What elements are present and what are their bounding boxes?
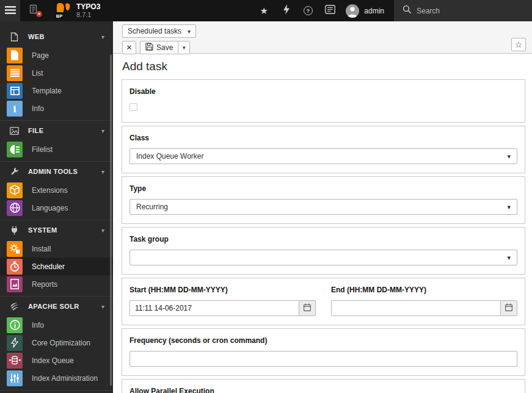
- logo-badge-text: BP: [56, 13, 62, 19]
- form-section-start-end: Start (HH:MM DD-MM-YYYY) End (HH:MM DD-M…: [122, 278, 525, 325]
- task-group-label: Task group: [129, 235, 517, 243]
- solr-sun-icon: [0, 302, 28, 311]
- sidebar-item-filelist[interactable]: Filelist: [0, 140, 113, 158]
- product-name: TYPO3: [76, 3, 100, 11]
- user-menu-button[interactable]: admin: [341, 0, 394, 21]
- end-calendar-button[interactable]: [501, 300, 517, 316]
- bookmarks-toolbar-button[interactable]: ★: [253, 0, 275, 21]
- form-section-type: Type Recurring ▾: [122, 176, 525, 224]
- module-group-header-web[interactable]: WEB ▾: [0, 27, 113, 46]
- chevron-down-icon: ▾: [188, 28, 191, 35]
- sidebar-item-page[interactable]: Page: [0, 46, 113, 64]
- form-section-disable: Disable: [122, 79, 525, 123]
- sidebar-item-solr-info[interactable]: Info: [0, 316, 113, 334]
- close-button[interactable]: ✕: [122, 41, 136, 54]
- systeminformation-toolbar-button[interactable]: [319, 0, 341, 21]
- clear-cache-toolbar-button[interactable]: [275, 0, 297, 21]
- type-select[interactable]: Recurring ▾: [129, 199, 517, 215]
- chevron-down-icon: ▾: [101, 34, 104, 40]
- install-gear-icon: [7, 241, 23, 257]
- template-icon: [7, 83, 23, 99]
- star-icon: ★: [260, 5, 268, 16]
- add-shortcut-button[interactable]: ☆: [511, 38, 526, 51]
- sidebar-item-install[interactable]: Install: [0, 240, 113, 258]
- module-group-web: WEB ▾ Page List Template i Info: [0, 27, 113, 121]
- disable-checkbox[interactable]: [129, 103, 137, 111]
- system-plug-icon: [0, 226, 28, 235]
- start-input[interactable]: [129, 300, 299, 316]
- save-button[interactable]: Save: [140, 41, 178, 54]
- end-label: End (HH:MM DD-MM-YYYY): [331, 286, 517, 294]
- module-group-file: FILE ▾ Filelist: [0, 121, 113, 162]
- core-optimization-bolt-icon: [7, 335, 23, 351]
- solr-info-icon: [7, 317, 23, 333]
- close-icon: ✕: [126, 43, 132, 52]
- search-input[interactable]: [417, 7, 508, 15]
- allow-parallel-label: Allow Parallel Execution: [129, 387, 517, 393]
- save-options-button[interactable]: ▾: [178, 41, 190, 54]
- sidebar-item-template[interactable]: Template: [0, 82, 113, 99]
- type-select-value: Recurring: [136, 203, 168, 211]
- chevron-down-icon: ▾: [101, 168, 104, 175]
- admin-tools-wrench-icon: [0, 167, 28, 176]
- help-toolbar-button[interactable]: ?: [297, 0, 319, 21]
- typo3-backend: × BP TYPO3 8.7.1 ★ ?: [0, 0, 532, 393]
- chevron-down-icon: ▾: [507, 203, 511, 211]
- file-image-icon: [0, 127, 28, 135]
- open-documents-button[interactable]: ×: [20, 0, 47, 21]
- search-bar[interactable]: [394, 0, 532, 21]
- sidebar-item-scheduler[interactable]: Scheduler: [0, 258, 113, 275]
- help-icon: ?: [304, 6, 313, 15]
- chevron-down-icon: ▾: [507, 254, 511, 262]
- start-calendar-button[interactable]: [299, 300, 316, 316]
- sidebar-item-reports[interactable]: Reports: [0, 275, 113, 293]
- hamburger-icon: [5, 5, 16, 16]
- calendar-icon: [505, 303, 512, 314]
- sidebar-item-languages[interactable]: Languages: [0, 199, 113, 217]
- scheduler-form: Add task Disable Class Index Queue Worke…: [113, 54, 532, 393]
- end-input[interactable]: [331, 300, 501, 316]
- chevron-down-icon: ▾: [101, 128, 104, 134]
- frequency-input[interactable]: [129, 351, 517, 367]
- chevron-down-icon: ▾: [183, 45, 186, 51]
- start-label: Start (HH:MM DD-MM-YYYY): [129, 286, 316, 294]
- sidebar-item-info[interactable]: i Info: [0, 99, 113, 117]
- svg-text:i: i: [13, 104, 16, 114]
- module-group-header-file[interactable]: FILE ▾: [0, 121, 113, 140]
- form-section-allow-parallel: Allow Parallel Execution: [122, 379, 525, 393]
- sidebar-scrollbar[interactable]: [110, 54, 112, 386]
- class-select[interactable]: Index Queue Worker ▾: [129, 148, 517, 164]
- sidebar-item-index-administration[interactable]: Index Administration: [0, 369, 113, 387]
- close-badge-icon: ×: [36, 11, 42, 17]
- languages-globe-icon: [7, 200, 23, 216]
- page-title: Add task: [122, 60, 525, 73]
- save-floppy-icon: [145, 43, 153, 52]
- avatar: [346, 4, 359, 18]
- module-group-apache-solr: APACHE SOLR ▾ Info Core Optimization Ind…: [0, 297, 113, 391]
- form-section-task-group: Task group ▾: [122, 227, 525, 275]
- sidebar-item-core-optimization[interactable]: Core Optimization: [0, 334, 113, 352]
- module-group-system: SYSTEM ▾ Install Scheduler Reports: [0, 220, 113, 297]
- menu-toggle-button[interactable]: [0, 0, 20, 21]
- username-label: admin: [364, 7, 384, 15]
- module-group-header-system[interactable]: SYSTEM ▾: [0, 220, 113, 240]
- save-button-label: Save: [156, 43, 173, 52]
- scheduler-view-select[interactable]: Scheduled tasks ▾: [122, 24, 196, 38]
- info-icon: i: [7, 101, 23, 117]
- calendar-icon: [304, 303, 311, 314]
- sidebar-item-index-queue[interactable]: Index Queue: [0, 352, 113, 369]
- list-icon: [7, 65, 23, 81]
- sidebar-item-extensions[interactable]: Extensions: [0, 181, 113, 199]
- bolt-icon: [282, 4, 290, 17]
- module-group-header-admin-tools[interactable]: ADMIN TOOLS ▾: [0, 162, 113, 181]
- scheduler-clock-icon: [7, 259, 23, 275]
- docheader: Scheduled tasks ▾ ✕ Save ▾ ☆: [113, 21, 532, 54]
- form-section-frequency: Frequency (seconds or cron command): [122, 328, 525, 376]
- page-icon: [7, 48, 23, 63]
- module-group-admin-tools: ADMIN TOOLS ▾ Extensions Languages: [0, 162, 113, 220]
- module-group-header-apache-solr[interactable]: APACHE SOLR ▾: [0, 297, 113, 316]
- sidebar-item-list[interactable]: List: [0, 64, 113, 82]
- task-group-select[interactable]: ▾: [129, 250, 517, 265]
- module-content: Scheduled tasks ▾ ✕ Save ▾ ☆ Add task: [113, 21, 532, 393]
- index-queue-database-icon: [7, 353, 23, 369]
